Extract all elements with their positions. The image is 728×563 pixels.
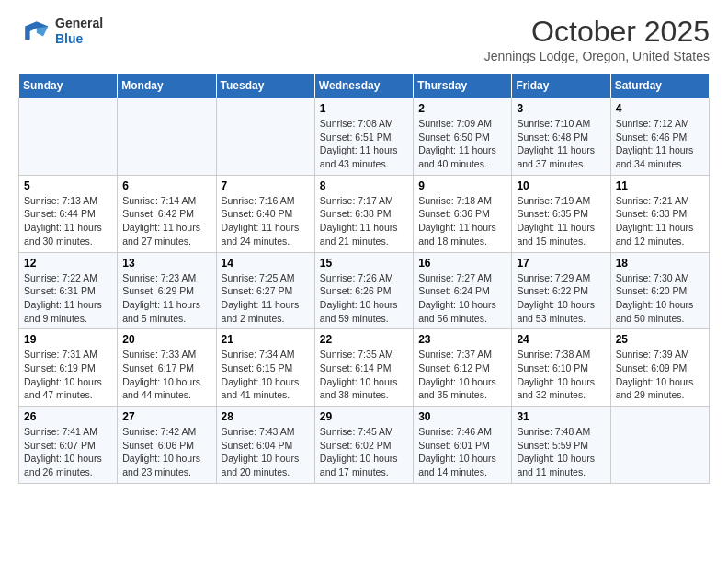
day-number: 8 <box>320 179 408 192</box>
calendar-cell: 29Sunrise: 7:45 AM Sunset: 6:02 PM Dayli… <box>314 407 413 484</box>
day-number: 17 <box>517 257 605 270</box>
month-title: October 2025 <box>484 15 710 49</box>
day-info: Sunrise: 7:18 AM Sunset: 6:36 PM Dayligh… <box>418 194 506 248</box>
weekday-header-thursday: Thursday <box>414 74 512 98</box>
calendar-cell: 23Sunrise: 7:37 AM Sunset: 6:12 PM Dayli… <box>414 329 512 407</box>
day-info: Sunrise: 7:19 AM Sunset: 6:35 PM Dayligh… <box>517 194 605 248</box>
calendar-cell: 13Sunrise: 7:23 AM Sunset: 6:29 PM Dayli… <box>118 252 216 329</box>
day-info: Sunrise: 7:35 AM Sunset: 6:14 PM Dayligh… <box>320 348 408 402</box>
calendar-cell: 22Sunrise: 7:35 AM Sunset: 6:14 PM Dayli… <box>314 329 413 407</box>
logo-general-text: General <box>55 16 103 31</box>
weekday-header-wednesday: Wednesday <box>314 74 413 98</box>
day-number: 24 <box>517 333 605 346</box>
day-number: 7 <box>222 179 310 192</box>
weekday-header-row: SundayMondayTuesdayWednesdayThursdayFrid… <box>19 74 710 98</box>
day-number: 13 <box>122 257 210 270</box>
day-number: 18 <box>616 257 704 270</box>
day-number: 26 <box>24 410 112 423</box>
day-number: 3 <box>517 102 605 115</box>
day-number: 1 <box>320 102 408 115</box>
day-info: Sunrise: 7:27 AM Sunset: 6:24 PM Dayligh… <box>418 271 506 326</box>
calendar-table: SundayMondayTuesdayWednesdayThursdayFrid… <box>18 73 710 484</box>
day-number: 2 <box>418 102 506 115</box>
calendar-cell: 28Sunrise: 7:43 AM Sunset: 6:04 PM Dayli… <box>216 407 314 484</box>
calendar-cell: 6Sunrise: 7:14 AM Sunset: 6:42 PM Daylig… <box>118 175 216 252</box>
day-number: 20 <box>122 333 210 346</box>
day-number: 30 <box>418 410 506 423</box>
day-info: Sunrise: 7:43 AM Sunset: 6:04 PM Dayligh… <box>222 425 310 479</box>
logo-icon <box>18 15 51 48</box>
title-block: October 2025 Jennings Lodge, Oregon, Uni… <box>484 15 710 63</box>
day-number: 27 <box>122 410 210 423</box>
day-info: Sunrise: 7:21 AM Sunset: 6:33 PM Dayligh… <box>616 194 704 248</box>
day-info: Sunrise: 7:31 AM Sunset: 6:19 PM Dayligh… <box>24 348 112 402</box>
calendar-cell: 7Sunrise: 7:16 AM Sunset: 6:40 PM Daylig… <box>216 175 314 252</box>
day-info: Sunrise: 7:08 AM Sunset: 6:51 PM Dayligh… <box>320 117 408 171</box>
day-number: 28 <box>222 410 310 423</box>
day-number: 5 <box>24 179 112 192</box>
calendar-cell: 12Sunrise: 7:22 AM Sunset: 6:31 PM Dayli… <box>19 252 118 329</box>
day-info: Sunrise: 7:26 AM Sunset: 6:26 PM Dayligh… <box>320 271 408 326</box>
day-number: 22 <box>320 333 408 346</box>
day-info: Sunrise: 7:17 AM Sunset: 6:38 PM Dayligh… <box>320 194 408 248</box>
logo-blue-text: Blue <box>55 31 103 47</box>
calendar-cell <box>19 98 118 176</box>
day-number: 10 <box>517 179 605 192</box>
day-info: Sunrise: 7:16 AM Sunset: 6:40 PM Dayligh… <box>222 194 310 248</box>
day-info: Sunrise: 7:38 AM Sunset: 6:10 PM Dayligh… <box>517 348 605 402</box>
day-info: Sunrise: 7:45 AM Sunset: 6:02 PM Dayligh… <box>320 425 408 479</box>
day-number: 29 <box>320 410 408 423</box>
calendar-cell: 10Sunrise: 7:19 AM Sunset: 6:35 PM Dayli… <box>512 175 610 252</box>
day-info: Sunrise: 7:42 AM Sunset: 6:06 PM Dayligh… <box>122 425 210 479</box>
calendar-cell: 4Sunrise: 7:12 AM Sunset: 6:46 PM Daylig… <box>610 98 709 176</box>
calendar-week-row: 1Sunrise: 7:08 AM Sunset: 6:51 PM Daylig… <box>19 98 710 176</box>
day-number: 4 <box>616 102 704 115</box>
calendar-cell: 19Sunrise: 7:31 AM Sunset: 6:19 PM Dayli… <box>19 329 118 407</box>
day-info: Sunrise: 7:13 AM Sunset: 6:44 PM Dayligh… <box>24 194 112 248</box>
day-number: 16 <box>418 257 506 270</box>
weekday-header-monday: Monday <box>118 74 216 98</box>
day-number: 15 <box>320 257 408 270</box>
calendar-cell: 30Sunrise: 7:46 AM Sunset: 6:01 PM Dayli… <box>414 407 512 484</box>
day-info: Sunrise: 7:25 AM Sunset: 6:27 PM Dayligh… <box>222 271 310 326</box>
day-info: Sunrise: 7:48 AM Sunset: 5:59 PM Dayligh… <box>517 425 605 479</box>
calendar-cell: 20Sunrise: 7:33 AM Sunset: 6:17 PM Dayli… <box>118 329 216 407</box>
calendar-cell: 9Sunrise: 7:18 AM Sunset: 6:36 PM Daylig… <box>414 175 512 252</box>
day-number: 25 <box>616 333 704 346</box>
calendar-cell: 16Sunrise: 7:27 AM Sunset: 6:24 PM Dayli… <box>414 252 512 329</box>
day-number: 11 <box>616 179 704 192</box>
location-subtitle: Jennings Lodge, Oregon, United States <box>484 49 710 63</box>
calendar-week-row: 26Sunrise: 7:41 AM Sunset: 6:07 PM Dayli… <box>19 407 710 484</box>
day-info: Sunrise: 7:37 AM Sunset: 6:12 PM Dayligh… <box>418 348 506 402</box>
calendar-cell: 8Sunrise: 7:17 AM Sunset: 6:38 PM Daylig… <box>314 175 413 252</box>
calendar-cell: 27Sunrise: 7:42 AM Sunset: 6:06 PM Dayli… <box>118 407 216 484</box>
day-number: 14 <box>222 257 310 270</box>
calendar-cell: 21Sunrise: 7:34 AM Sunset: 6:15 PM Dayli… <box>216 329 314 407</box>
calendar-cell: 14Sunrise: 7:25 AM Sunset: 6:27 PM Dayli… <box>216 252 314 329</box>
calendar-cell <box>216 98 314 176</box>
calendar-cell: 11Sunrise: 7:21 AM Sunset: 6:33 PM Dayli… <box>610 175 709 252</box>
svg-marker-1 <box>37 27 49 37</box>
calendar-cell: 15Sunrise: 7:26 AM Sunset: 6:26 PM Dayli… <box>314 252 413 329</box>
calendar-cell: 26Sunrise: 7:41 AM Sunset: 6:07 PM Dayli… <box>19 407 118 484</box>
day-info: Sunrise: 7:14 AM Sunset: 6:42 PM Dayligh… <box>122 194 210 248</box>
day-info: Sunrise: 7:39 AM Sunset: 6:09 PM Dayligh… <box>616 348 704 402</box>
day-info: Sunrise: 7:12 AM Sunset: 6:46 PM Dayligh… <box>616 117 704 171</box>
calendar-cell <box>118 98 216 176</box>
day-info: Sunrise: 7:41 AM Sunset: 6:07 PM Dayligh… <box>24 425 112 479</box>
day-number: 19 <box>24 333 112 346</box>
day-info: Sunrise: 7:33 AM Sunset: 6:17 PM Dayligh… <box>122 348 210 402</box>
calendar-cell <box>610 407 709 484</box>
calendar-cell: 18Sunrise: 7:30 AM Sunset: 6:20 PM Dayli… <box>610 252 709 329</box>
calendar-cell: 25Sunrise: 7:39 AM Sunset: 6:09 PM Dayli… <box>610 329 709 407</box>
weekday-header-sunday: Sunday <box>19 74 118 98</box>
calendar-cell: 24Sunrise: 7:38 AM Sunset: 6:10 PM Dayli… <box>512 329 610 407</box>
day-info: Sunrise: 7:10 AM Sunset: 6:48 PM Dayligh… <box>517 117 605 171</box>
day-info: Sunrise: 7:46 AM Sunset: 6:01 PM Dayligh… <box>418 425 506 479</box>
weekday-header-tuesday: Tuesday <box>216 74 314 98</box>
day-info: Sunrise: 7:29 AM Sunset: 6:22 PM Dayligh… <box>517 271 605 326</box>
calendar-week-row: 5Sunrise: 7:13 AM Sunset: 6:44 PM Daylig… <box>19 175 710 252</box>
day-number: 9 <box>418 179 506 192</box>
day-number: 31 <box>517 410 605 423</box>
day-info: Sunrise: 7:23 AM Sunset: 6:29 PM Dayligh… <box>122 271 210 326</box>
